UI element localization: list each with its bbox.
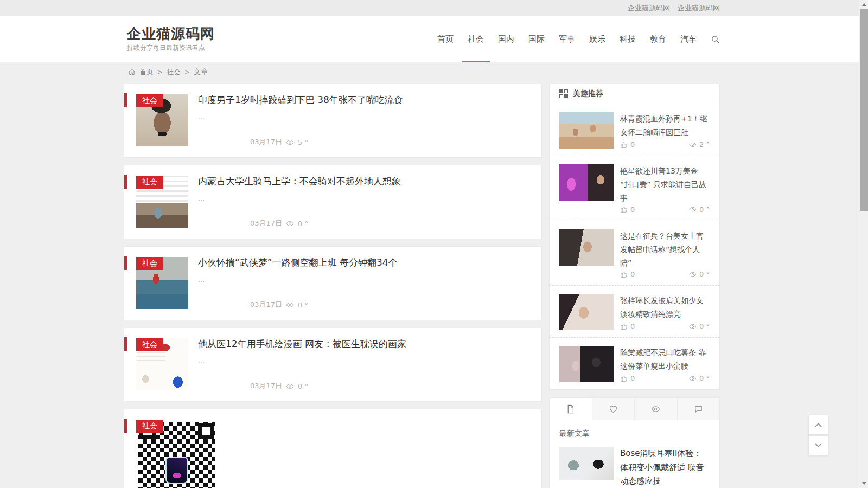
tab-latest-articles[interactable] [550, 398, 592, 420]
article-meta: 03月17日 0 ° [250, 219, 531, 228]
scrollbar-down-arrow[interactable] [859, 479, 868, 488]
category-badge[interactable]: 社会 [136, 94, 163, 107]
nav-item-education[interactable]: 教育 [650, 16, 666, 62]
article-date: 03月17日 [250, 300, 282, 310]
recommend-title[interactable]: 艳星欲还川普13万美金“封口费” 只求能讲自己故事 [620, 164, 710, 206]
home-icon [128, 68, 136, 76]
eye-icon [286, 220, 294, 228]
article-views: 0 ° [298, 220, 308, 228]
vertical-scrollbar[interactable] [859, 0, 868, 488]
thumbs-up-icon[interactable] [620, 271, 628, 278]
breadcrumb-category[interactable]: 社会 [167, 67, 181, 77]
scrollbar-up-arrow[interactable] [859, 0, 868, 9]
article-title[interactable]: 他从医12年用手机绘漫画 网友：被医生耽误的画家 [198, 338, 531, 350]
widget-tab-bar [550, 398, 719, 420]
article-excerpt: ... [198, 275, 531, 284]
recommend-likes: 0 [630, 270, 635, 278]
latest-thumbnail [559, 447, 614, 480]
recommend-title[interactable]: 张梓琳长发披肩美如少女 淡妆精致清纯漂亮 [620, 294, 710, 321]
topbar-link-2[interactable]: 企业猫源码网 [678, 3, 720, 13]
recommend-views: 0 ° [699, 374, 710, 382]
nav-item-international[interactable]: 国际 [528, 16, 545, 62]
eye-icon [286, 301, 294, 309]
thumbs-up-icon[interactable] [620, 141, 628, 149]
article-card[interactable]: 社会 他从医12年用手机绘漫画 网友：被医生耽误的画家 ... 03月17日 0… [124, 328, 542, 402]
article-card[interactable]: 社会 印度男子1岁时摔跤磕到下巴 38年张不了嘴吃流食 ... 03月17日 5… [124, 84, 542, 158]
category-badge[interactable]: 社会 [136, 176, 163, 189]
tab-most-liked[interactable] [592, 398, 635, 420]
breadcrumb-page[interactable]: 文章 [194, 67, 208, 77]
thumbs-up-icon[interactable] [620, 375, 628, 382]
nav-item-entertainment[interactable]: 娱乐 [589, 16, 605, 62]
article-date: 03月17日 [250, 219, 282, 228]
scrollbar-thumb[interactable] [860, 9, 868, 211]
recommend-widget-title: 美趣推荐 [573, 89, 603, 99]
nav-item-domestic[interactable]: 国内 [498, 16, 514, 62]
eye-icon [286, 382, 294, 390]
article-views: 0 ° [298, 301, 308, 309]
nav-item-tech[interactable]: 科技 [620, 16, 636, 62]
latest-item[interactable]: Bose消噪耳塞II体验：体积变小佩戴舒适 噪音动态感应技 0 ° 12/29 [559, 447, 710, 488]
recommend-item[interactable]: 隋棠减肥不忌口吃薯条 靠这份菜单瘦出小蛮腰 0 0 ° [550, 337, 719, 389]
thumbs-up-icon[interactable] [620, 206, 628, 213]
eye-icon [689, 323, 697, 330]
article-excerpt: ... [198, 357, 531, 365]
site-logo[interactable]: 企业猫源码网 [127, 26, 215, 42]
recommend-item[interactable]: 艳星欲还川普13万美金“封口费” 只求能讲自己故事 0 0 ° [550, 156, 719, 221]
search-icon[interactable] [711, 35, 720, 44]
recommend-likes: 0 [630, 322, 635, 330]
recommend-item[interactable]: 张梓琳长发披肩美如少女 淡妆精致清纯漂亮 0 0 ° [550, 285, 719, 337]
category-badge[interactable]: 社会 [136, 257, 163, 270]
article-views: 0 ° [298, 382, 308, 390]
scroll-to-top-button[interactable] [808, 415, 828, 435]
article-views: 5 ° [298, 138, 308, 146]
article-excerpt: ... [198, 194, 531, 202]
topbar-link-1[interactable]: 企业猫源码网 [628, 3, 670, 13]
file-icon [566, 404, 575, 414]
latest-item-title[interactable]: Bose消噪耳塞II体验：体积变小佩戴舒适 噪音动态感应技 [620, 447, 710, 488]
article-card[interactable]: 社会 内蒙古大学生骑马上学：不会骑对不起外地人想象 ... 03月17日 0 ° [124, 165, 542, 239]
recommend-thumbnail [559, 112, 614, 149]
recommend-likes: 0 [630, 140, 635, 149]
recommend-title[interactable]: 隋棠减肥不忌口吃薯条 靠这份菜单瘦出小蛮腰 [620, 346, 710, 373]
eye-icon [651, 404, 660, 414]
tab-most-commented[interactable] [677, 398, 720, 420]
article-title[interactable]: 内蒙古大学生骑马上学：不会骑对不起外地人想象 [198, 175, 531, 187]
comment-icon [694, 404, 703, 414]
article-card[interactable]: 社会 小伙怀揣“武侠梦”一路侧空翻上班 每分钟翻34个 ... 03月17日 0… [124, 246, 542, 320]
breadcrumb-separator: > [184, 68, 190, 76]
grid-icon [559, 89, 568, 98]
eye-icon [689, 375, 697, 382]
category-badge[interactable]: 社会 [136, 420, 163, 433]
breadcrumb-home[interactable]: 首页 [139, 67, 154, 77]
nav-item-auto[interactable]: 汽车 [680, 16, 697, 62]
article-title[interactable]: 小伙怀揣“武侠梦”一路侧空翻上班 每分钟翻34个 [198, 256, 531, 268]
eye-icon [689, 141, 697, 149]
article-card[interactable]: 社会 消费者网购两台冰柜5720元 退货被扣4000元运费 ... [124, 409, 542, 488]
chevron-up-icon [815, 423, 822, 430]
recommend-item[interactable]: 这是在征兵？台美女士官发帖留电话称“想找个人陪” 0 0 ° [550, 221, 719, 286]
topbar: 企业猫源码网 企业猫源码网 [0, 0, 859, 16]
nav-item-military[interactable]: 军事 [559, 16, 575, 62]
recommend-title[interactable]: 林青霞混血外孙再+1！继女怀二胎晒浑圆巨肚 [620, 112, 710, 139]
recommend-views: 0 ° [699, 206, 710, 214]
recommend-views: 0 ° [699, 270, 710, 278]
nav-item-society[interactable]: 社会 [468, 16, 484, 62]
eye-icon [689, 271, 697, 278]
nav-item-home[interactable]: 首页 [437, 16, 454, 62]
latest-widget: 最新文章 Bose消噪耳塞II体验：体积变小佩戴舒适 噪音动态感应技 0 ° 1… [549, 397, 720, 488]
article-meta: 03月17日 0 ° [250, 381, 531, 391]
category-badge[interactable]: 社会 [136, 338, 163, 351]
chevron-down-icon [815, 440, 822, 447]
thumbs-up-icon[interactable] [620, 323, 628, 330]
article-list: 社会 印度男子1岁时摔跤磕到下巴 38年张不了嘴吃流食 ... 03月17日 5… [124, 84, 542, 488]
recommend-thumbnail [559, 346, 614, 382]
article-title[interactable]: 印度男子1岁时摔跤磕到下巴 38年张不了嘴吃流食 [198, 94, 531, 106]
main-nav: 首页 社会 国内 国际 军事 娱乐 科技 教育 汽车 [423, 16, 720, 62]
recommend-item[interactable]: 林青霞混血外孙再+1！继女怀二胎晒浑圆巨肚 0 2 ° [550, 104, 719, 156]
eye-icon [689, 206, 697, 213]
scroll-to-bottom-button[interactable] [808, 435, 828, 455]
tab-most-viewed[interactable] [634, 398, 677, 420]
recommend-title[interactable]: 这是在征兵？台美女士官发帖留电话称“想找个人陪” [620, 229, 710, 271]
recommend-likes: 0 [630, 374, 635, 382]
